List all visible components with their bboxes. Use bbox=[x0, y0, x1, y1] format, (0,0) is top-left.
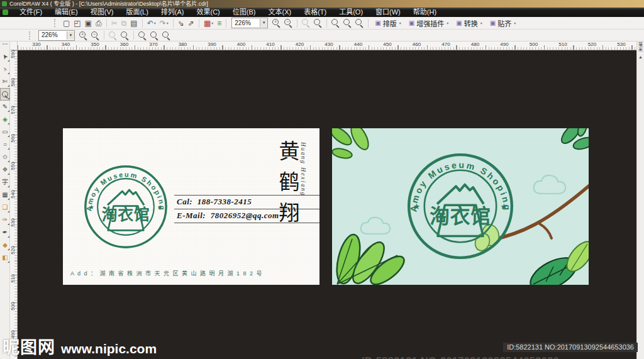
dropdown-caret-icon[interactable]: ▾ bbox=[211, 21, 213, 25]
cut-icon[interactable]: ✂ bbox=[110, 18, 119, 29]
dropdown-caret-icon[interactable]: ▾ bbox=[399, 21, 401, 25]
toolbox-grip[interactable] bbox=[3, 43, 8, 47]
scroll-up-icon[interactable]: ▲ bbox=[637, 55, 644, 59]
ruler-number: 540 bbox=[10, 189, 16, 199]
freehand-tool[interactable]: ✎ bbox=[0, 101, 10, 113]
new-document-icon[interactable]: ▢ bbox=[62, 18, 71, 29]
cloud-left bbox=[361, 218, 390, 234]
menu-view[interactable]: 视图(V) bbox=[84, 8, 120, 17]
zoom-one-shot-icon[interactable] bbox=[108, 31, 118, 40]
typeset-button[interactable]: ▣排版▾ bbox=[375, 18, 401, 28]
dropdown-caret-icon[interactable]: ▾ bbox=[154, 21, 156, 25]
rectangle-tool[interactable]: ▭ bbox=[0, 126, 10, 138]
menu-edit[interactable]: 编辑(E) bbox=[48, 8, 84, 17]
menu-bitmaps[interactable]: 位图(B) bbox=[226, 8, 262, 17]
ruler-number: 530 bbox=[616, 41, 627, 47]
text-tool[interactable]: 字 bbox=[0, 176, 10, 189]
combo-dropdown-icon[interactable]: ▼ bbox=[67, 31, 74, 40]
zoom-page-icon[interactable] bbox=[138, 31, 147, 40]
typeset-icon: ▣ bbox=[375, 19, 380, 26]
menu-table[interactable]: 表格(T) bbox=[297, 8, 333, 17]
zoom-in-icon[interactable]: + bbox=[79, 31, 88, 40]
phone-number: 188-7338-2415 bbox=[197, 197, 252, 206]
zoom-in-icon[interactable]: + bbox=[272, 18, 281, 28]
app-icon bbox=[2, 1, 7, 6]
card-front[interactable]: Amoy Museum Shoping ★ ★ 淘衣馆 Cal: 188-733… bbox=[63, 128, 319, 285]
ruler-number: 440 bbox=[353, 41, 364, 47]
table-tool[interactable]: ▦ bbox=[0, 189, 10, 201]
application-launcher-icon[interactable]: ▦▾ bbox=[203, 18, 214, 29]
copy-icon[interactable]: ⧉ bbox=[120, 18, 128, 29]
zoom-height-icon[interactable] bbox=[162, 31, 171, 40]
stamp-logo-back[interactable]: Amoy Museum Shoping ★ ★ 淘衣馆 bbox=[405, 151, 516, 262]
person-name[interactable]: 黄 鹤 翔 bbox=[277, 141, 301, 224]
polygon-tool[interactable]: ✩ bbox=[0, 151, 10, 163]
interactive-tool[interactable]: ❏ bbox=[0, 201, 10, 214]
dropdown-caret-icon[interactable]: ▾ bbox=[447, 21, 448, 25]
undo-icon[interactable]: ↶▾ bbox=[146, 18, 157, 29]
zoom-out-icon[interactable]: − bbox=[91, 31, 100, 40]
basic-shapes-tool[interactable]: ❖ bbox=[0, 163, 10, 176]
flyout-arrow bbox=[8, 198, 9, 200]
menu-help[interactable]: 帮助(H) bbox=[407, 8, 443, 17]
toolbar-grip[interactable] bbox=[29, 31, 32, 40]
smart-fill-tool[interactable]: ◈ bbox=[0, 113, 10, 126]
open-icon[interactable]: ◰ bbox=[72, 18, 82, 29]
zoom-all-icon[interactable] bbox=[120, 31, 130, 40]
convert-button[interactable]: ▣转换▾ bbox=[456, 18, 482, 28]
pick-tool[interactable]: ➤ bbox=[0, 50, 10, 63]
zoom-one-shot-icon[interactable] bbox=[301, 18, 311, 28]
menu-window[interactable]: 窗口(W) bbox=[369, 8, 407, 17]
ellipse-tool[interactable]: ○ bbox=[0, 138, 10, 151]
interactive-fill-tool[interactable]: ◧ bbox=[0, 251, 10, 264]
print-icon[interactable]: ⎙ bbox=[94, 18, 103, 29]
menu-effects[interactable]: 效果(C) bbox=[191, 8, 226, 17]
ruler-number: 340 bbox=[60, 41, 72, 47]
watermark-site-url: www.nipic.com bbox=[61, 341, 157, 356]
zoom-level-combo-property[interactable]: 226% ▼ bbox=[38, 30, 75, 41]
paste-icon[interactable]: ▤ bbox=[129, 18, 138, 29]
menu-arrange[interactable]: 排列(A) bbox=[155, 8, 191, 17]
dropdown-caret-icon[interactable]: ▾ bbox=[167, 21, 169, 25]
zoom-page-icon[interactable] bbox=[331, 18, 340, 28]
dropdown-caret-icon[interactable]: ▾ bbox=[514, 21, 516, 25]
interactive-fill-tool-icon: ◧ bbox=[2, 255, 8, 261]
menu-text[interactable]: 文本(X) bbox=[262, 8, 297, 17]
save-icon[interactable]: ▣ bbox=[84, 18, 93, 29]
dropdown-caret-icon[interactable]: ▾ bbox=[480, 21, 482, 25]
person-name-roman[interactable]: Huang Hexiang bbox=[300, 142, 306, 224]
ruler-number: 510 bbox=[557, 41, 569, 47]
toolbar-grip[interactable] bbox=[54, 19, 57, 27]
import-icon[interactable]: ⇘ bbox=[177, 18, 186, 29]
name-char: 翔 bbox=[277, 202, 301, 224]
vertical-ruler[interactable]: 590580570560550540530520510500490 bbox=[10, 50, 18, 359]
crop-tool[interactable]: ✄ bbox=[0, 75, 10, 88]
canvas[interactable]: Amoy Museum Shoping ★ ★ 淘衣馆 Cal: 188-733… bbox=[18, 50, 636, 359]
menu-tools[interactable]: 工具(O) bbox=[333, 8, 369, 17]
zoom-tool[interactable] bbox=[0, 88, 10, 101]
shape-tool[interactable]: ➢ bbox=[0, 63, 10, 75]
options-list-icon[interactable]: ≡ bbox=[216, 18, 223, 29]
zoom-width-icon[interactable] bbox=[343, 18, 352, 28]
zoom-selected-icon[interactable] bbox=[355, 18, 364, 28]
zoom-all-icon[interactable] bbox=[313, 18, 323, 28]
zoom-width-icon[interactable] bbox=[150, 31, 159, 40]
address-line[interactable]: A d d ： 湖 南 省 株 洲 市 天 元 区 黄 山 路 明 月 湖 1 … bbox=[70, 269, 319, 277]
combo-dropdown-icon[interactable]: ▼ bbox=[260, 19, 267, 27]
eyedropper-tool[interactable]: ✑ bbox=[0, 214, 10, 226]
horizontal-ruler[interactable]: 3303403503603703803904004104204304404504… bbox=[18, 41, 636, 50]
menu-layout[interactable]: 版面(L) bbox=[119, 8, 154, 17]
export-icon[interactable]: ⇗ bbox=[187, 18, 196, 29]
redo-icon[interactable]: ↷▾ bbox=[158, 18, 170, 29]
menu-file[interactable]: 文件(F) bbox=[13, 8, 48, 17]
plugins-button[interactable]: ▣增强插件▾ bbox=[409, 18, 448, 28]
card-back[interactable]: Amoy Museum Shoping ★ ★ 淘衣馆 bbox=[332, 128, 589, 285]
zoom-out-icon[interactable]: − bbox=[284, 18, 293, 28]
outline-pen-tool[interactable]: ✒ bbox=[0, 226, 10, 239]
snap-button[interactable]: ▣贴齐▾ bbox=[490, 18, 516, 28]
right-scrollbar[interactable]: 毫米 ▲ bbox=[636, 41, 644, 359]
fill-tool[interactable]: ◆ bbox=[0, 239, 10, 251]
toolbar-separator bbox=[173, 19, 174, 28]
stamp-logo-front[interactable]: Amoy Museum Shoping ★ ★ 淘衣馆 bbox=[82, 163, 169, 250]
zoom-level-combo[interactable]: 226% ▼ bbox=[231, 18, 268, 28]
